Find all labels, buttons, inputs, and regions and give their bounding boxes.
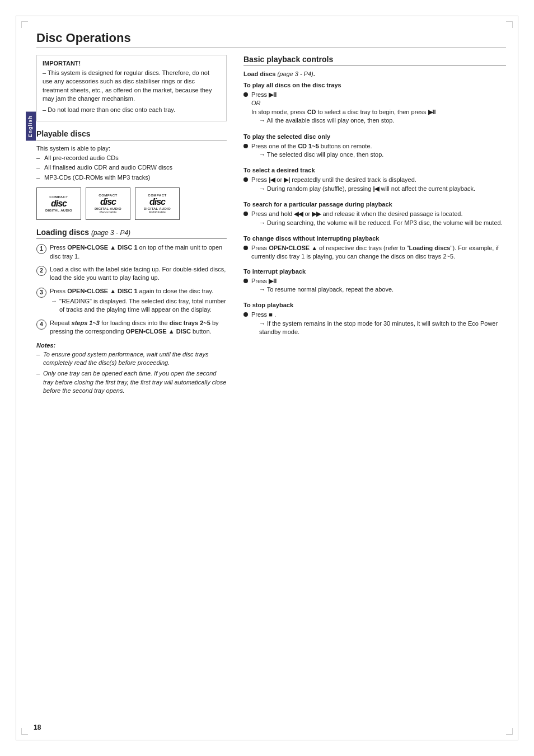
left-column: IMPORTANT! – This system is designed for… — [36, 55, 227, 398]
corner-tr — [506, 21, 513, 28]
bullet-dot-4 — [243, 212, 248, 216]
disc-image-2: COMPACT disc DIGITAL AUDIO Recordable — [86, 187, 130, 220]
disc-logo-2: disc — [100, 198, 116, 206]
loading-step-3: 3 Press OPEN•CLOSE ▲ DISC 1 again to clo… — [36, 287, 227, 314]
important-title: IMPORTANT! — [43, 60, 221, 67]
list-item: All pre-recorded audio CDs — [36, 154, 227, 162]
list-item: MP3-CDs (CD-ROMs with MP3 tracks) — [36, 173, 227, 182]
arrow-icon-interrupt: → — [259, 286, 265, 293]
section-title-stop: To stop playback — [243, 302, 506, 308]
bullet-text-interrupt: Press ▶II → To resume normal playback, r… — [251, 277, 506, 295]
bullet-interrupt: Press ▶II → To resume normal playback, r… — [243, 277, 506, 295]
bullet-dot-7 — [243, 312, 248, 317]
bullet-select-track: Press |◀ or ▶| repeatedly until the desi… — [243, 176, 506, 194]
load-discs-label: Load discs (page 3 - P4). — [243, 71, 506, 77]
border-right — [518, 16, 518, 740]
loading-heading-text: Loading discs — [36, 228, 89, 237]
step-number-1: 1 — [36, 244, 46, 254]
section-change-discs: To change discs without interrupting pla… — [243, 235, 506, 261]
step-3-note: → "READING" is displayed. The selected d… — [50, 297, 227, 314]
arrow-icon-play-selected: → — [259, 151, 265, 158]
border-bottom — [16, 740, 518, 740]
disc-sub2-3: ReWritable — [149, 210, 166, 214]
notes-section: Notes: To ensure good system performance… — [36, 342, 227, 396]
main-content: Disc Operations IMPORTANT! – This system… — [36, 31, 506, 725]
section-search-passage: To search for a particular passage durin… — [243, 201, 506, 228]
section-title-change-discs: To change discs without interrupting pla… — [243, 235, 506, 242]
bullet-text-stop: Press ■ . → If the system remains in the… — [251, 311, 506, 337]
section-play-selected: To play the selected disc only Press one… — [243, 133, 506, 161]
loading-step-4: 4 Repeat steps 1~3 for loading discs int… — [36, 319, 227, 336]
note-2: Only one tray can be opened each time. I… — [36, 369, 227, 395]
bullet-stop: Press ■ . → If the system remains in the… — [243, 311, 506, 337]
playable-disc-list: All pre-recorded audio CDs All finalised… — [36, 154, 227, 182]
corner-tl — [21, 21, 28, 28]
bullet-play-selected: Press one of the CD 1~5 buttons on remot… — [243, 142, 506, 161]
arrow-icon-stop: → — [259, 320, 265, 327]
loading-step-2: 2 Load a disc with the label side facing… — [36, 265, 227, 283]
section-select-track: To select a desired track Press |◀ or ▶|… — [243, 167, 506, 194]
arrow-icon-play-all: → — [259, 117, 265, 124]
bullet-dot-2 — [243, 144, 248, 148]
step-number-3: 3 — [36, 288, 46, 298]
loading-step-1: 1 Press OPEN•CLOSE ▲ DISC 1 on top of th… — [36, 243, 227, 261]
border-left — [16, 16, 16, 740]
step-text-1: Press OPEN•CLOSE ▲ DISC 1 on top of the … — [50, 243, 227, 261]
disc-logo-3: disc — [149, 198, 165, 206]
section-stop: To stop playback Press ■ . → If the syst… — [243, 302, 506, 337]
step-text-4: Repeat steps 1~3 for loading discs into … — [50, 319, 227, 336]
note-play-selected: → The selected disc will play once, then… — [251, 151, 506, 159]
bullet-text-select-track: Press |◀ or ▶| repeatedly until the desi… — [251, 176, 506, 194]
bullet-text-change-discs: Press OPEN•CLOSE ▲ of respective disc tr… — [251, 244, 506, 261]
important-point-2: – Do not load more than one disc onto ea… — [43, 106, 221, 114]
step-3-note-text: "READING" is displayed. The selected dis… — [59, 297, 227, 314]
step-number-4: 4 — [36, 320, 46, 330]
notes-title: Notes: — [36, 342, 227, 349]
bullet-play-all: Press ▶II OR In stop mode, press CD to s… — [243, 91, 506, 126]
list-item: All finalised audio CDR and audio CDRW d… — [36, 163, 227, 172]
bullet-dot-1 — [243, 92, 248, 97]
important-box: IMPORTANT! – This system is designed for… — [36, 55, 227, 121]
note-select-track: → During random play (shuffle), pressing… — [251, 185, 506, 193]
bullet-dot-3 — [243, 177, 248, 182]
note-play-all: → All the available discs will play once… — [251, 116, 506, 125]
bullet-change-discs: Press OPEN•CLOSE ▲ of respective disc tr… — [243, 244, 506, 261]
disc-image-3: COMPACT disc DIGITAL AUDIO ReWritable — [135, 187, 180, 220]
note-1: To ensure good system performance, wait … — [36, 350, 227, 368]
arrow-icon-search-passage: → — [259, 219, 265, 226]
loading-discs-heading: Loading discs (page 3 - P4) — [36, 228, 227, 239]
step-text-3: Press OPEN•CLOSE ▲ DISC 1 again to close… — [50, 287, 227, 314]
loading-steps-list: 1 Press OPEN•CLOSE ▲ DISC 1 on top of th… — [36, 243, 227, 336]
right-column: Basic playback controls Load discs (page… — [243, 55, 506, 398]
border-top — [16, 16, 518, 16]
section-title-search-passage: To search for a particular passage durin… — [243, 201, 506, 208]
bullet-dot-6 — [243, 279, 248, 283]
arrow-icon-3: → — [51, 297, 57, 306]
arrow-icon-select-track: → — [259, 185, 265, 192]
step-number-2: 2 — [36, 266, 46, 276]
bullet-search-passage: Press and hold ◀◀ or ▶▶ and release it w… — [243, 210, 506, 228]
language-tab: English — [26, 112, 36, 141]
note-stop: → If the system remains in the stop mode… — [251, 320, 506, 337]
step-text-2: Load a disc with the label side facing u… — [50, 265, 227, 283]
loading-ref: (page 3 - P4) — [91, 229, 130, 237]
playable-discs-heading: Playable discs — [36, 129, 227, 140]
bullet-text-search-passage: Press and hold ◀◀ or ▶▶ and release it w… — [251, 210, 506, 228]
playable-intro: This system is able to play: — [36, 145, 227, 152]
disc-sub2-2: Recordable — [100, 210, 117, 214]
section-title-select-track: To select a desired track — [243, 167, 506, 173]
bullet-text-play-all: Press ▶II OR In stop mode, press CD to s… — [251, 91, 506, 126]
disc-image-1: COMPACT disc DIGITAL AUDIO — [36, 187, 81, 220]
corner-br — [506, 728, 513, 735]
section-title-interrupt: To interrupt playback — [243, 268, 506, 275]
section-title-play-selected: To play the selected disc only — [243, 133, 506, 140]
note-search-passage: → During searching, the volume will be r… — [251, 219, 506, 227]
two-column-layout: IMPORTANT! – This system is designed for… — [36, 55, 506, 398]
section-interrupt: To interrupt playback Press ▶II → To res… — [243, 268, 506, 295]
bullet-dot-5 — [243, 246, 248, 250]
disc-images: COMPACT disc DIGITAL AUDIO COMPACT disc … — [36, 187, 227, 220]
note-interrupt: → To resume normal playback, repeat the … — [251, 285, 506, 294]
corner-bl — [21, 728, 28, 735]
basic-playback-heading: Basic playback controls — [243, 55, 506, 66]
bullet-text-play-selected: Press one of the CD 1~5 buttons on remot… — [251, 142, 506, 161]
